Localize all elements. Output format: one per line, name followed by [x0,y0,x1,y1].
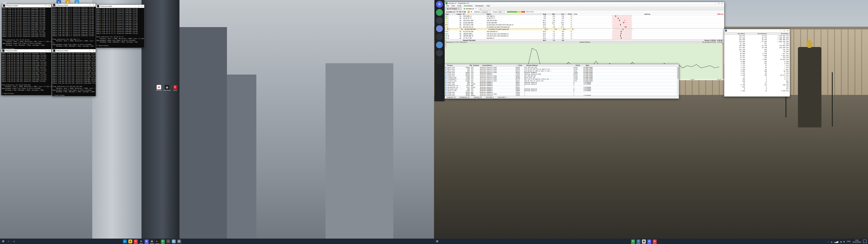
hop-row-11[interactable]: 116177.75.77.53seznam.cz10.37.19.30 [445,37,724,39]
connection-row[interactable]: Steam.exe10368UDPDESKTOP-KQANOC427031** [445,91,679,93]
hop-row-5[interactable]: 561213.192.1.145cz-pra-pop1-rk1-tie10-s2… [445,24,724,26]
cmd-window-10-15-72-77[interactable]: ▸_ Příkazový řádek – ▢ ✕ Reply from 10.1… [96,4,145,48]
stats-row[interactable]: 2 789837 863 [724,68,790,70]
stats-row[interactable]: 9306465 [724,80,790,82]
stats-row[interactable]: 86672 [724,88,790,90]
close-button[interactable]: ✕ [786,29,789,32]
stats-row[interactable]: 329 65826 5791 009 004 433 [724,39,790,41]
stats-row[interactable]: 93699 257 [724,78,790,80]
connection-row[interactable]: spoolsv.exe2180TCPDESKTOP-KQANOC449668de… [445,90,679,91]
minimize-button[interactable]: – [41,50,44,52]
connections-col-r-port[interactable]: R.Port [576,65,586,66]
hop-row-2[interactable]: 26110.15.72.7710.15.72.775.53.14.50 [445,18,724,20]
tray-icon-3[interactable]: ◀ [840,241,842,243]
taskbar-discord[interactable]: D [144,239,149,244]
cmd-output[interactable]: Reply from 84.116.135.234: bytes=32 time… [52,53,96,97]
language-indicator[interactable]: CES [847,240,850,242]
desktop-icon-csfd[interactable]: ČČSFD [171,85,179,91]
minimize-button[interactable]: – [714,2,717,4]
stats-col-rcvd-packets[interactable]: Rcvd Packets [746,33,768,34]
close-button[interactable]: ✕ [92,50,95,52]
tab-seznam-cz[interactable]: seznam.cz✕ [462,7,478,10]
maximize-button[interactable]: ▢ [717,2,720,4]
maximize-button[interactable]: ▢ [44,50,48,52]
stats-row[interactable]: 1 395331 018 555 [724,90,790,92]
stats-row[interactable]: 31 10497127 148 [724,43,790,45]
stats-titlebar[interactable]: – ▢ ✕ [724,29,790,32]
maximize-button[interactable]: ▢ [44,4,48,7]
stats-col-sent-bytes[interactable]: Sent Bytes [724,33,746,34]
connection-row[interactable]: Steam.exe10368TCPdesktop-kqanoc4.home650… [445,75,679,77]
discord-server-icon[interactable] [436,58,443,65]
pingplotter-titlebar[interactable]: seznam.cz - PingPlotter Pro – ▢ ✕ [445,2,724,5]
taskbar-file-explorer[interactable]: ▤ [127,239,133,244]
taskbar-calculator[interactable]: = [165,239,171,244]
connections-col-state[interactable]: State [586,65,611,66]
desktop-icon-mercusys[interactable]: MMercusys [155,85,163,91]
connection-row[interactable]: lsass.exe840TCPV6DESKTOP-KQANOC449667des… [445,83,679,85]
taskbar2-tcpview[interactable]: T [636,239,641,244]
pause-icon[interactable]: ‖ [468,11,470,13]
connection-row[interactable]: Steam.exe10368TCPDESKTOP-KQANOC427036des… [445,73,679,75]
minimize-button[interactable]: – [41,4,44,7]
connection-row[interactable]: steamwebhel...11400TCPdesktop-kqanoc4.ho… [445,78,679,80]
hop-row-3[interactable]: 361100.100.4.254100.100.4.25439.73.56.70… [445,20,724,22]
cmd-window-77-75-79-53[interactable]: ▸_ Příkazový řádek – ▢ ✕ Reply from 77.7… [2,4,52,49]
focus-select[interactable]: Auto▼ [498,10,505,13]
hop-row-1[interactable]: 161192.168.1.1192.168.1.10.50.40.50 [445,15,724,18]
hop-row-8[interactable]: 86191.210.16.194nix2.seznam.cz10.37.19.5… [445,30,724,33]
connections-col-l-port[interactable]: L.Port [518,65,526,66]
start-button[interactable]: ⊞ [0,239,6,244]
connection-row[interactable]: netsession_wi...4132UDPDESKTOP-KQANOC462… [445,85,679,86]
discord-server-icon[interactable] [436,25,443,32]
stats-row[interactable]: 246 56022 124743 495 954 [724,44,790,47]
task-view-icon[interactable]: ▭ [11,239,17,244]
stats-row[interactable]: 2 250504 104 [724,72,790,74]
minimize-button[interactable]: – [85,4,88,6]
start-button-secondary[interactable]: ⊞ [434,239,440,244]
taskbar2-photos[interactable]: ▣ [641,239,647,244]
connection-row[interactable]: services.exe928TCPDESKTOP-KQANOC449669de… [445,88,679,90]
discord-server-icon[interactable] [436,33,443,40]
tray-icon-2[interactable]: ▂▄▆ [834,241,838,243]
connections-col-protocol[interactable]: Protocol [473,65,482,66]
taskbar-edge[interactable]: e [122,239,127,244]
hop-row-10[interactable]: 1061185.66.188.73n7k-ng-b-vdc-2-po1.sezn… [445,35,724,37]
connection-row[interactable]: Steam.exe10368UDPdesktop-kqanoc4.home270… [445,93,679,95]
close-button[interactable]: ✕ [48,50,51,52]
notification-center-icon[interactable] [863,240,867,243]
taskbar-opera[interactable]: O [133,239,138,244]
cmd-output[interactable]: Reply from 192.168.1.1: bytes=32 time=1m… [52,7,96,50]
hop-row-9[interactable]: 961185.66.188.5n7k-ng-b-vdc-1-po1.seznam… [445,33,724,35]
connections-col-pid[interactable]: PID [465,65,473,66]
maximize-button[interactable]: ▢ [88,4,92,6]
connections-col-local-address[interactable]: Local Address [482,65,518,66]
connection-row[interactable]: opera.exe10360TCPdesktop-kqanoc4.home652… [445,67,679,68]
stats-row[interactable]: 337 01029 3731 005 889 958 [724,37,790,39]
close-button[interactable]: ✕ [141,5,144,7]
stats-row[interactable]: 10 9586 230167 122 [724,53,790,55]
maximize-button[interactable]: ▢ [782,29,786,32]
stats-row[interactable]: 9366745 [724,86,790,88]
cmd-output[interactable]: Reply from 92.62.238.253: bytes=32 time=… [1,53,51,96]
vertical-scrollbar[interactable] [677,67,679,96]
discord-server-icon[interactable] [436,50,443,57]
taskbar-obs[interactable]: ◎ [149,239,155,244]
latency-scale-slider[interactable] [507,11,525,13]
cmd-output[interactable]: Reply from 10.15.72.77: bytes=32 time=5m… [96,8,144,48]
stats-row[interactable]: 341 258559112 734 [724,49,790,51]
discord-server-icon[interactable] [436,9,443,16]
stats-row[interactable]: 3 235877 276 [724,66,790,68]
hop-row-4[interactable]: 46192.62.238.25392.62.238.25359.212.213.… [445,22,724,24]
connection-row[interactable]: svchost.exe2760TCPdesktop-kqanoc4.home60… [445,77,679,78]
stats-row[interactable]: 313 44319 740676 606 954 [724,47,790,49]
hop-row-7[interactable]: 76184.116.135.234cz-prg01e-ri1-ae6-0.aor… [445,28,724,31]
interval-select[interactable]: 1 second▼ [480,10,491,13]
stats-row[interactable]: 6 0802236 395 [724,60,790,62]
cmd-titlebar[interactable]: ▸_ Příkazový řádek – ▢ ✕ [96,5,144,8]
tray-icon-1[interactable]: ☁ [831,241,833,243]
connection-row[interactable]: opera.exe596TCPdesktop-kqanoc4.home65230… [445,68,679,70]
connection-row[interactable]: Steam.exe10368UDPV6desktop-kqanoc427036*… [445,95,679,96]
stats-row[interactable]: 4 00525056 934 [724,70,790,72]
menu-item-tools[interactable]: Tools [456,5,463,7]
